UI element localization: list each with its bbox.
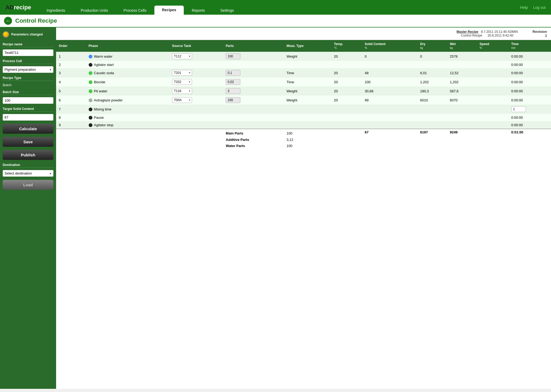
cell-meas-type: Weight (284, 96, 331, 105)
cell-temp (331, 105, 362, 114)
cell-solid-content: 48 (362, 68, 417, 77)
tank-select-wrapper: T116T117T118 (172, 88, 192, 94)
phase-name: Astraglaze powder (94, 98, 123, 102)
cell-wet (447, 121, 477, 129)
cell-speed (477, 68, 509, 77)
col-phase: Phase (86, 40, 170, 52)
parts-input[interactable] (226, 97, 240, 103)
cell-wet: 587,6 (447, 86, 477, 96)
col-dry: Drykg (417, 40, 447, 52)
phase-dot (89, 80, 92, 84)
col-temp: Temp.°C (331, 40, 362, 52)
time-input[interactable] (511, 106, 526, 112)
totals-labels: Main Parts Additive Parts Water Parts (223, 129, 284, 150)
cell-temp: 20 (331, 96, 362, 105)
logo-recipe: recipe (14, 4, 31, 11)
cell-parts (223, 114, 284, 121)
table-row: 3Caustic sodaT201T202T203Time20486,0112,… (56, 68, 551, 77)
cell-meas-type (284, 114, 331, 121)
cell-order: 3 (56, 68, 86, 77)
cell-phase: Caustic soda (86, 68, 170, 77)
cell-meas-type (284, 105, 331, 114)
logout-link[interactable]: Log out (533, 5, 546, 10)
load-button[interactable]: Load (3, 180, 53, 190)
process-cell-label: Process Cell (3, 59, 53, 64)
parts-input[interactable] (226, 88, 240, 94)
cell-time: 0:00:00 (509, 77, 551, 86)
cell-speed (477, 105, 509, 114)
revision-info: Revision 1 (533, 30, 547, 38)
main-parts-label: Main Parts (226, 130, 281, 136)
cell-temp (331, 114, 362, 121)
cell-temp: 20 (331, 86, 362, 96)
cell-order: 4 (56, 77, 86, 86)
col-solid-content: Solid Content% (362, 40, 417, 52)
cell-parts (223, 105, 284, 114)
calculate-button[interactable]: Calculate (3, 124, 53, 134)
recipe-type-value: Batch (3, 83, 53, 87)
cell-meas-type: Time (284, 68, 331, 77)
water-parts-value: 100 (287, 143, 329, 149)
status-text: Parameters changed (11, 33, 43, 36)
back-button[interactable]: ← (4, 17, 12, 25)
cell-order: 6 (56, 96, 86, 105)
recipe-type-label: Recipe Type (3, 76, 53, 81)
parts-input[interactable] (226, 53, 240, 59)
target-solid-input[interactable] (3, 114, 53, 121)
title-bar: ← Control Recipe (0, 15, 551, 27)
recipe-name-input[interactable] (3, 49, 53, 56)
cell-parts (223, 77, 284, 86)
batch-size-input[interactable] (3, 97, 53, 104)
parts-input[interactable] (226, 70, 240, 76)
publish-button[interactable]: Publish (3, 150, 53, 160)
nav-item-ingredients[interactable]: Ingredients (39, 6, 73, 15)
phase-name: Caustic soda (94, 71, 114, 75)
cell-phase: Astraglaze powder (86, 96, 170, 105)
logo: ADrecipe (5, 4, 31, 11)
cell-wet (447, 61, 477, 68)
cell-phase: Warm water (86, 52, 170, 61)
col-order: Order (56, 40, 86, 52)
nav-item-recipes[interactable]: Recipes (154, 6, 184, 15)
nav-item-reports[interactable]: Reports (184, 6, 212, 15)
tank-select[interactable]: T00AT00BT00C (172, 97, 192, 103)
tank-select[interactable]: T112T113T114 (172, 53, 192, 59)
main-nav: IngredientsProduction UnitsProcess Cells… (39, 0, 520, 15)
cell-dry (417, 121, 447, 129)
process-cell-select-wrapper: Pigment preparationCell 2Cell 3 (3, 66, 53, 73)
batch-size-label: Batch Size (3, 90, 53, 95)
parts-input[interactable] (226, 79, 240, 85)
totals-parts-values: 100 3,12 100 (284, 129, 331, 150)
page-title: Control Recipe (15, 17, 57, 24)
tank-select-wrapper: T112T113T114 (172, 53, 192, 59)
recipe-name-label: Recipe name (3, 42, 53, 47)
table-row: 9Agitator stop0:00:00 (56, 121, 551, 129)
destination-label: Destination (3, 163, 53, 168)
control-recipe-label: Control Recipe (461, 34, 482, 37)
table-row: 1Warm waterT112T113T114Weight200025780:0… (56, 52, 551, 61)
target-solid-label: Target Solid Content (3, 107, 53, 112)
destination-select[interactable]: Select destinationDest 1Dest 2 (3, 170, 53, 177)
col-parts: Parts (223, 40, 284, 52)
cell-parts (223, 68, 284, 77)
tank-select[interactable]: T201T202T203 (172, 70, 192, 76)
cell-parts (223, 96, 284, 105)
nav-item-production-units[interactable]: Production Units (73, 6, 116, 15)
totals-solid-content: 67 (362, 129, 417, 150)
cell-time (509, 105, 551, 114)
help-link[interactable]: Help (520, 5, 528, 10)
save-button[interactable]: Save (3, 137, 53, 147)
cell-speed (477, 96, 509, 105)
cell-solid-content: 100 (362, 77, 417, 86)
cell-order: 5 (56, 86, 86, 96)
cell-dry: 0 (417, 52, 447, 61)
cell-time: 0:00:00 (509, 61, 551, 68)
tank-select[interactable]: T116T117T118 (172, 88, 192, 94)
tank-select[interactable]: T202T201T203 (172, 79, 192, 85)
cell-time: 0:00:00 (509, 114, 551, 121)
nav-item-process-cells[interactable]: Process Cells (116, 6, 154, 15)
nav-item-settings[interactable]: Settings (213, 6, 241, 15)
cell-wet (447, 114, 477, 121)
cell-wet: 2578 (447, 52, 477, 61)
process-cell-select[interactable]: Pigment preparationCell 2Cell 3 (3, 66, 53, 73)
